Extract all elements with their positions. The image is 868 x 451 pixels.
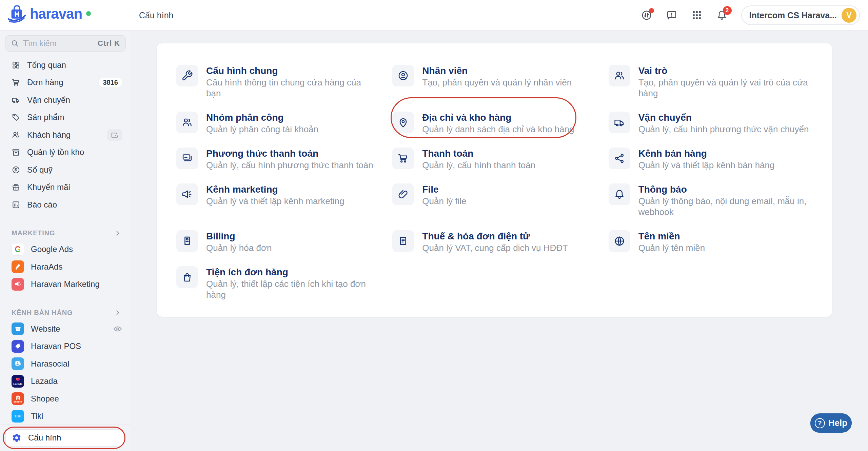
- setting-desc: Quản lý VAT, cung cấp dịch vụ HĐĐT: [422, 242, 568, 253]
- sidebar-item-harasocial[interactable]: Harasocial: [0, 355, 130, 373]
- apps-grid-button[interactable]: [691, 9, 703, 21]
- sidebar-item-quan-ly-ton-kho[interactable]: Quản lý tồn kho: [0, 144, 130, 161]
- share-nodes-icon: [609, 148, 630, 169]
- setting-ten-mien[interactable]: Tên miền Quản lý tên miền: [609, 230, 810, 253]
- sidebar-item-khach-hang[interactable]: Khách hàng: [0, 126, 130, 144]
- setting-phuong-thuc-thanh-toan[interactable]: Phương thức thanh toán Quản lý, cấu hình…: [176, 148, 377, 171]
- sidebar-item-tong-quan[interactable]: Tổng quan: [0, 56, 130, 74]
- setting-tien-ich-don-hang[interactable]: Tiện ích đơn hàng Quản lý, thiết lập các…: [176, 266, 377, 300]
- sidebar-item-haravan-marketing[interactable]: Haravan Marketing: [0, 276, 130, 293]
- setting-thanh-toan[interactable]: Thanh toán Quản lý, cấu hình thanh toán: [392, 148, 593, 171]
- setting-desc: Cấu hình thông tin chung cửa hàng của bạ…: [206, 77, 377, 99]
- question-mark-icon: ?: [815, 418, 825, 428]
- search-input[interactable]: [23, 39, 94, 48]
- search-shortcut: Ctrl K: [98, 39, 120, 48]
- sidebar-item-so-quy[interactable]: Sổ quỹ: [0, 161, 130, 179]
- setting-desc: Quản lý danh sách địa chỉ và kho hàng: [422, 124, 574, 135]
- setting-desc: Tạo, phân quyền và quản lý nhân viên: [422, 77, 572, 88]
- help-button[interactable]: ? Help: [810, 413, 852, 433]
- haravan-logo[interactable]: haravan: [7, 5, 91, 25]
- chevron-right-icon: [114, 230, 121, 237]
- account-switcher[interactable]: Intercom CS Harava... V: [741, 5, 860, 25]
- setting-title: Phương thức thanh toán: [206, 148, 373, 160]
- sidebar-item-cau-hinh[interactable]: Cấu hình: [5, 429, 124, 446]
- sidebar-footer: Cấu hình: [0, 425, 130, 451]
- setting-dia-chi-va-kho-hang[interactable]: Địa chỉ và kho hàng Quản lý danh sách đị…: [392, 112, 593, 135]
- setting-title: Thanh toán: [422, 148, 535, 160]
- setting-kenh-marketing[interactable]: Kênh marketing Quản lý và thiết lập kênh…: [176, 183, 377, 207]
- map-pin-icon: [392, 112, 414, 133]
- invoice-icon: [392, 230, 414, 252]
- setting-title: Cấu hình chung: [206, 65, 377, 77]
- haraads-icon: [12, 260, 24, 273]
- sidebar-item-don-hang[interactable]: Đơn hàng 3816: [0, 74, 130, 92]
- orders-count-badge: 3816: [99, 78, 123, 87]
- shopping-bag-icon: [176, 266, 198, 288]
- topbar-actions: 2 Intercom CS Harava... V: [641, 0, 860, 31]
- account-name: Intercom CS Harava...: [749, 11, 837, 20]
- google-ads-icon: G: [12, 243, 24, 256]
- sidebar-item-shopee[interactable]: S Shopee Shopee: [0, 390, 130, 408]
- notification-count-badge: 2: [723, 6, 732, 15]
- setting-cau-hinh-chung[interactable]: Cấu hình chung Cấu hình thông tin chung …: [176, 65, 377, 99]
- sidebar-item-website[interactable]: Website: [0, 320, 130, 338]
- haravan-pos-icon: [12, 340, 24, 353]
- setting-title: Địa chỉ và kho hàng: [422, 112, 574, 124]
- sidebar-nav: Tổng quan Đơn hàng 3816 Vận chuyển: [0, 56, 130, 425]
- sidebar-item-khuyen-mai[interactable]: Khuyến mãi: [0, 179, 130, 196]
- sidebar-item-google-ads[interactable]: G Google Ads: [0, 241, 130, 258]
- eye-icon[interactable]: [113, 324, 122, 334]
- setting-desc: Quản lý, cấu hình thanh toán: [422, 160, 535, 171]
- sidebar-item-tiki[interactable]: TIKI Tiki: [0, 408, 130, 425]
- avatar: V: [842, 8, 856, 23]
- sidebar-item-lazada[interactable]: Lazada Lazada: [0, 373, 130, 390]
- shopee-icon: S Shopee: [12, 392, 24, 405]
- truck-icon: [609, 112, 630, 133]
- chevron-right-icon: [114, 309, 121, 316]
- user-circle-icon: [392, 65, 414, 86]
- sidebar-item-van-chuyen[interactable]: Vận chuyển: [0, 91, 130, 109]
- sidebar-search[interactable]: Ctrl K: [5, 35, 126, 52]
- sidebar-item-san-pham[interactable]: Sản phẩm: [0, 109, 130, 126]
- setting-desc: Quản lý phân công tài khoản: [206, 124, 318, 135]
- setting-file[interactable]: File Quản lý file: [392, 183, 593, 207]
- setting-desc: Tạo, phân quyền và quản lý vai trò của c…: [638, 77, 810, 99]
- setting-title: File: [422, 183, 466, 196]
- setting-title: Kênh bán hàng: [638, 148, 775, 160]
- setting-title: Nhân viên: [422, 65, 572, 77]
- sync-button[interactable]: [641, 9, 652, 21]
- users-icon: [176, 112, 198, 133]
- setting-thue-hoa-don-dien-tu[interactable]: Thuế & hóa đơn điện tử Quản lý VAT, cung…: [392, 230, 593, 253]
- paperclip-icon: [392, 183, 414, 205]
- feedback-button[interactable]: [666, 9, 677, 21]
- inventory-box-icon: [12, 148, 20, 157]
- cart-icon: [392, 148, 414, 169]
- breadcrumb: Cấu hình: [139, 0, 173, 31]
- billing-receipt-icon: [176, 230, 198, 252]
- setting-thong-bao[interactable]: Thông báo Quản lý thông báo, nội dung em…: [609, 183, 810, 217]
- setting-title: Thông báo: [638, 183, 810, 196]
- settings-panel: Cấu hình chung Cấu hình thông tin chung …: [157, 43, 832, 317]
- setting-nhan-vien[interactable]: Nhân viên Tạo, phân quyền và quản lý nhâ…: [392, 65, 593, 88]
- sidebar-item-bao-cao[interactable]: Báo cáo: [0, 196, 130, 214]
- cart-icon: [12, 78, 20, 87]
- setting-desc: Quản lý thông báo, nội dung email, mẫu i…: [638, 196, 810, 217]
- section-kenh-ban-hang[interactable]: KÊNH BÁN HÀNG: [0, 305, 130, 320]
- website-channel-icon: [12, 322, 24, 335]
- notifications-button[interactable]: 2: [716, 9, 728, 21]
- sidebar-item-haraads[interactable]: HaraAds: [0, 258, 130, 276]
- setting-title: Vai trò: [638, 65, 810, 77]
- setting-title: Billing: [206, 230, 272, 242]
- setting-kenh-ban-hang[interactable]: Kênh bán hàng Quản lý và thiết lập kênh …: [609, 148, 810, 171]
- setting-vai-tro[interactable]: Vai trò Tạo, phân quyền và quản lý vai t…: [609, 65, 810, 99]
- customers-icon: [12, 131, 20, 139]
- section-marketing[interactable]: MARKETING: [0, 226, 130, 241]
- bell-icon: [609, 183, 630, 205]
- setting-desc: Quản lý hóa đơn: [206, 242, 272, 253]
- setting-nhom-phan-cong[interactable]: Nhóm phân công Quản lý phân công tài kho…: [176, 112, 377, 135]
- customer-segment-ai-button[interactable]: [107, 129, 122, 141]
- setting-van-chuyen[interactable]: Vận chuyển Quản lý, cấu hình phương thức…: [609, 112, 810, 135]
- setting-billing[interactable]: Billing Quản lý hóa đơn: [176, 230, 377, 253]
- tiki-icon: TIKI: [12, 410, 24, 423]
- sidebar-item-haravan-pos[interactable]: Haravan POS: [0, 338, 130, 355]
